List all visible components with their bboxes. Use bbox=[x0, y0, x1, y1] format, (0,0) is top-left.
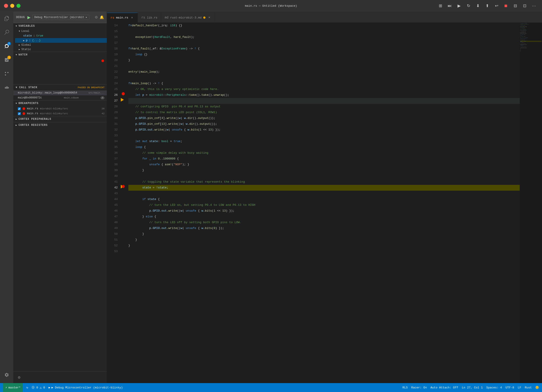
breakpoint-item-0[interactable]: main.rs microbit-blinky/src 26 bbox=[13, 106, 107, 111]
minimize-button[interactable] bbox=[10, 4, 14, 8]
activity-extensions[interactable]: ! bbox=[2, 55, 11, 64]
status-racer[interactable]: Racer: On bbox=[411, 386, 427, 389]
status-debug-play-text: ▶ Debug Microcontroller (microbit-blinky… bbox=[51, 386, 123, 389]
stack-frame-1[interactable]: main@0x0000072c main.cdasm 7 bbox=[13, 95, 107, 100]
layout-btn[interactable]: ⊡ bbox=[520, 2, 529, 10]
debug-restart-btn[interactable]: ↻ bbox=[464, 2, 472, 10]
watch-breakpoint-indicator bbox=[101, 59, 104, 62]
debug-notifications-btn[interactable]: 🔔 bbox=[100, 15, 104, 19]
stack-frame-0[interactable]: microbit_blinky::main_loop@0x00000654 sr… bbox=[13, 91, 107, 95]
code-line-47: } else { bbox=[128, 214, 520, 220]
tab-label-md: rust-microbit-3.md bbox=[170, 16, 201, 19]
tab-close-main-rs[interactable]: × bbox=[130, 16, 134, 20]
extensions-badge: ! bbox=[7, 56, 11, 59]
tab-label-lib-rs: lib.rs bbox=[147, 16, 157, 19]
status-language[interactable]: Rust bbox=[525, 386, 532, 389]
close-button[interactable] bbox=[4, 4, 8, 8]
sidebar-gear-btn[interactable]: ⚙ bbox=[16, 374, 23, 381]
status-rls[interactable]: RLS bbox=[402, 386, 408, 389]
cortex-peripherals-header[interactable]: ▶ CORTEX PERIPHERALS bbox=[13, 116, 107, 122]
status-bar: ⚡ master* ↻ ⓪ 0 △ 0 ▶ ▶ Debug Microcontr… bbox=[0, 383, 542, 392]
status-debug-play[interactable]: ▶ ▶ Debug Microcontroller (microbit-blin… bbox=[49, 386, 123, 389]
tab-bar: rs main.rs × rs lib.rs md rust-microbit-… bbox=[107, 11, 542, 23]
debug-stop-btn[interactable]: ⏹ bbox=[502, 2, 510, 10]
maximize-button[interactable] bbox=[16, 4, 21, 8]
minimap-content: fn default_handler exception!(HardFault)… bbox=[520, 23, 542, 383]
code-line-53 bbox=[128, 249, 520, 254]
code-line-35: loop { bbox=[128, 144, 520, 150]
activity-explorer[interactable] bbox=[2, 14, 11, 23]
bp-checkbox-1[interactable] bbox=[18, 112, 21, 115]
tab-icon-lib-rs: rs bbox=[141, 16, 145, 19]
code-area[interactable]: fn default_handler(_irq: i16) {} excepti… bbox=[127, 23, 520, 383]
code-line-17 bbox=[128, 40, 520, 46]
var-group-static[interactable]: ▶ Static bbox=[15, 47, 107, 52]
status-encoding[interactable]: UTF-8 bbox=[505, 386, 514, 389]
tab-modified-dot-md bbox=[203, 16, 206, 19]
variables-header[interactable]: ▼ VARIABLES bbox=[13, 23, 107, 29]
debug-step-back-btn[interactable]: ↩ bbox=[493, 2, 501, 10]
status-line-ending[interactable]: LF bbox=[518, 386, 521, 389]
status-emoji[interactable]: 😊 bbox=[535, 386, 539, 389]
code-line-15 bbox=[128, 28, 520, 34]
code-line-45: // turn the LED on, but setting P0.4 to … bbox=[128, 202, 520, 208]
tab-md[interactable]: md rust-microbit-3.md × bbox=[161, 13, 215, 22]
debug-layout-btn[interactable]: ⊞ bbox=[436, 2, 444, 10]
tab-lib-rs[interactable]: rs lib.rs bbox=[138, 13, 161, 22]
watch-chevron: ▼ bbox=[16, 54, 17, 56]
cortex-registers-header[interactable]: ▶ CORTEX REGISTERS bbox=[13, 122, 107, 128]
activity-debug[interactable]: 7 bbox=[2, 41, 11, 51]
breakpoint-item-1[interactable]: main.rs microbit-blinky/src 42 bbox=[13, 111, 107, 116]
code-line-32: p.GPIO.out.write(|w| unsafe { w.bits(1 <… bbox=[128, 127, 520, 133]
call-stack-header[interactable]: ▼ CALL STACK PAUSED ON BREAKPOINT bbox=[13, 85, 107, 91]
status-debug-session[interactable]: ⚡ master* bbox=[3, 383, 23, 392]
debug-continue-btn[interactable]: ▶ bbox=[455, 2, 463, 10]
var-group-global[interactable]: ▶ Global bbox=[15, 43, 107, 47]
activity-settings[interactable] bbox=[2, 370, 11, 380]
cortex-registers-title: CORTEX REGISTERS bbox=[18, 124, 48, 127]
paused-badge: PAUSED ON BREAKPOINT bbox=[78, 86, 104, 89]
tab-main-rs[interactable]: rs main.rs × bbox=[107, 13, 138, 22]
debug-config-name: Debug Microcontroller (microbit ▸ bbox=[34, 16, 87, 19]
var-group-local[interactable]: ▼ Local bbox=[15, 29, 107, 33]
activity-search[interactable] bbox=[2, 28, 11, 37]
activity-docker[interactable] bbox=[2, 83, 11, 92]
breakpoint-gutter-42[interactable] bbox=[122, 185, 125, 188]
status-spaces[interactable]: Spaces: 4 bbox=[486, 386, 502, 389]
var-item-state[interactable]: state : true bbox=[15, 33, 107, 38]
status-position[interactable]: Ln 27, Col 1 bbox=[462, 386, 483, 389]
debug-step-into-btn[interactable]: ⬇ bbox=[474, 2, 482, 10]
code-line-52: } bbox=[128, 243, 520, 249]
debug-config-selector[interactable]: Debug Microcontroller (microbit ▸ bbox=[32, 15, 89, 20]
debug-toolbar-icons: ⚙ 🔔 bbox=[95, 15, 104, 19]
status-errors[interactable]: ⓪ 0 △ 0 bbox=[32, 386, 45, 390]
activity-source-control[interactable] bbox=[2, 69, 11, 78]
status-sync[interactable]: ↻ bbox=[26, 386, 28, 389]
breakpoints-title: BREAKPOINTS bbox=[18, 102, 38, 105]
editor: 14 15 16 17 18 19 20 21 22 23 24 25 26 2… bbox=[107, 23, 542, 383]
code-line-44: if state { bbox=[128, 196, 520, 202]
breakpoint-gutter-26[interactable] bbox=[122, 92, 125, 95]
tab-close-md[interactable]: × bbox=[207, 16, 211, 20]
debug-step-out-btn[interactable]: ⬆ bbox=[483, 2, 491, 10]
watch-title: WATCH bbox=[18, 53, 28, 56]
tab-label-main-rs: main.rs bbox=[116, 16, 128, 19]
watch-area bbox=[13, 58, 107, 84]
editor-area: rs main.rs × rs lib.rs md rust-microbit-… bbox=[107, 11, 542, 383]
code-line-27 bbox=[128, 98, 520, 104]
status-auto-attach[interactable]: Auto Attach: Off bbox=[430, 386, 458, 389]
watch-header[interactable]: ▼ WATCH bbox=[13, 52, 107, 58]
breakpoints-header[interactable]: ▼ BREAKPOINTS bbox=[13, 101, 107, 106]
more-btn[interactable]: ⋯ bbox=[530, 2, 538, 10]
debug-step-over-btn[interactable]: ⏭ bbox=[446, 2, 454, 10]
split-editor-btn[interactable]: ⊟ bbox=[511, 2, 519, 10]
cortex-peripherals-title: CORTEX PERIPHERALS bbox=[18, 118, 51, 121]
code-line-50: } bbox=[128, 231, 520, 237]
var-item-p[interactable]: ▶ p : {...} bbox=[15, 38, 107, 43]
debug-settings-btn[interactable]: ⚙ bbox=[95, 15, 98, 19]
bp-checkbox-0[interactable] bbox=[18, 107, 21, 110]
code-line-51: } bbox=[128, 237, 520, 243]
debug-play-button[interactable]: ▶ bbox=[27, 15, 31, 20]
title-bar: main.rs — Untitled (Workspace) ⊞ ⏭ ▶ ↻ ⬇… bbox=[0, 0, 542, 11]
code-line-42: state = !state; bbox=[128, 185, 520, 191]
